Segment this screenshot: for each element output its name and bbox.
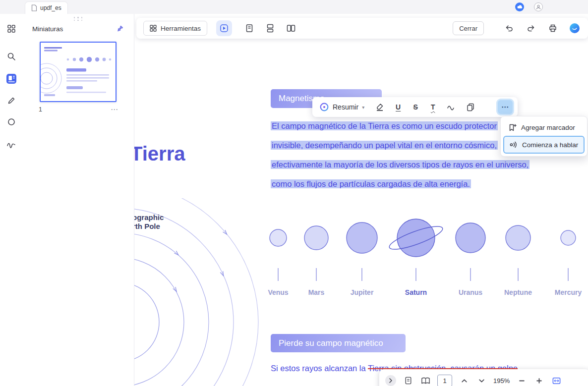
- book-view-button[interactable]: [420, 375, 431, 386]
- selected-text-line-4[interactable]: como los flujos de partículas cargadas d…: [271, 176, 471, 192]
- document-icon: [31, 4, 37, 11]
- pdf-page: Tierra Geographic North Pole Magnetismo …: [134, 14, 588, 386]
- copy-icon: [466, 103, 475, 111]
- cloud-sync-icon[interactable]: [515, 2, 524, 11]
- menu-item-label: Agregar marcador: [521, 124, 575, 131]
- rail-stamp-button[interactable]: [4, 115, 18, 128]
- geo-label-line1: Geographic: [134, 213, 164, 221]
- menu-item-label: Comienza a hablar: [522, 141, 578, 149]
- plus-icon: [536, 378, 542, 384]
- planet-label-mercury: Mercury: [543, 288, 588, 296]
- highlight-icon: [375, 103, 384, 111]
- planet-label-mars: Mars: [292, 288, 341, 296]
- copy-button[interactable]: [464, 101, 477, 113]
- zoom-in-button[interactable]: [533, 375, 544, 386]
- bottom-toolbar: 195%: [379, 369, 588, 386]
- planet-label-neptune: Neptune: [493, 288, 543, 296]
- pen-icon: [7, 96, 16, 105]
- highlight-button[interactable]: [373, 101, 386, 113]
- single-page-icon: [245, 24, 254, 33]
- print-button[interactable]: [546, 22, 559, 35]
- pin-icon: [116, 25, 124, 33]
- strikethrough-button[interactable]: S: [410, 103, 421, 111]
- stamp-circle-icon: [7, 117, 16, 126]
- print-icon: [548, 24, 557, 33]
- summarize-dropdown[interactable]: Resumir ▾: [317, 102, 366, 112]
- thumbnails-panel: Miniaturas: [22, 14, 134, 386]
- bottom-sentence-normal: Si estos rayos alcanzan la: [271, 364, 368, 373]
- menu-item-agregar-marcador[interactable]: Agregar marcador: [503, 119, 585, 136]
- selected-text-line-2[interactable]: invisible, desempeñando un papel vital e…: [271, 137, 498, 154]
- section-badge-pierde-campo: Pierde su campo magnético: [271, 334, 406, 352]
- thumbnail-page-number: 1: [39, 106, 42, 113]
- freehand-button[interactable]: [445, 101, 458, 113]
- two-page-view-button[interactable]: [285, 22, 297, 35]
- page-thumbnail[interactable]: [40, 42, 117, 102]
- undo-icon: [505, 24, 514, 33]
- wave-pencil-icon: [447, 104, 456, 110]
- play-icon: [220, 24, 228, 32]
- pin-button[interactable]: [116, 25, 124, 33]
- two-page-icon: [287, 24, 295, 33]
- planet-label-jupiter: Jupiter: [337, 288, 387, 296]
- expand-button[interactable]: [385, 375, 396, 386]
- selection-toolbar: Resumir ▾ U S T: [312, 97, 518, 117]
- scroll-view-button[interactable]: [264, 22, 277, 35]
- page-view-button[interactable]: [403, 375, 413, 386]
- fit-width-button[interactable]: [551, 375, 562, 386]
- app-window: updf_es: [0, 0, 588, 386]
- ai-summarize-icon: [319, 102, 329, 112]
- herramientas-label: Herramientas: [161, 25, 201, 32]
- chevron-right-icon: [388, 378, 394, 384]
- titlebar: updf_es: [0, 0, 588, 14]
- rail-signature-button[interactable]: [4, 137, 18, 151]
- thumbnail-more-button[interactable]: ⋯: [111, 107, 118, 112]
- page-icon: [404, 376, 412, 385]
- reader-mode-button[interactable]: [216, 20, 232, 36]
- bookmark-add-icon: [508, 123, 517, 132]
- cerrar-button[interactable]: Cerrar: [453, 21, 484, 35]
- book-icon: [421, 377, 430, 385]
- redo-icon: [527, 24, 535, 33]
- undo-button[interactable]: [503, 22, 516, 35]
- drag-handle[interactable]: [73, 17, 83, 21]
- left-icon-rail: [0, 14, 22, 386]
- main-toolbar: Herramientas: [136, 18, 588, 39]
- fit-width-icon: [552, 377, 561, 385]
- summarize-label: Resumir: [333, 103, 358, 111]
- panel-title: Miniaturas: [32, 25, 63, 33]
- zoom-level-label: 195%: [493, 377, 510, 385]
- next-page-button[interactable]: [476, 375, 487, 386]
- squiggly-underline-button[interactable]: T: [427, 103, 438, 111]
- herramientas-button[interactable]: Herramientas: [143, 21, 207, 36]
- planet-label-saturn: Saturn: [391, 288, 441, 296]
- chevron-up-icon: [461, 378, 468, 384]
- user-avatar[interactable]: [534, 2, 543, 11]
- rail-search-button[interactable]: [4, 50, 18, 63]
- redo-button[interactable]: [525, 22, 537, 35]
- search-icon: [7, 52, 16, 61]
- document-tab[interactable]: updf_es: [25, 1, 68, 14]
- selected-text-line-3[interactable]: efectivamente la mayoría de los diversos…: [271, 157, 529, 173]
- cerrar-label: Cerrar: [459, 25, 477, 32]
- scroll-view-icon: [266, 24, 275, 33]
- single-page-view-button[interactable]: [243, 22, 256, 35]
- chevron-down-icon: ▾: [362, 105, 364, 110]
- more-options-button[interactable]: ⋯: [498, 100, 513, 114]
- tab-title: updf_es: [40, 4, 61, 11]
- rail-thumbnails-button[interactable]: [4, 72, 18, 85]
- page-number-input[interactable]: [437, 375, 452, 386]
- menu-item-comienza-a-hablar[interactable]: Comienza a hablar: [503, 136, 585, 154]
- ai-assistant-button[interactable]: [568, 22, 581, 35]
- zoom-out-button[interactable]: [516, 375, 527, 386]
- chevron-down-nav-icon: [478, 378, 485, 384]
- ai-assistant-icon: [569, 22, 581, 34]
- thumbnails-panel-icon: [6, 73, 17, 84]
- planet-label-uranus: Uranus: [446, 288, 495, 296]
- context-menu: Agregar marcador Comienza a hablar: [500, 116, 588, 157]
- rail-grid-button[interactable]: [4, 22, 18, 35]
- rail-annotate-button[interactable]: [4, 94, 18, 107]
- underline-button[interactable]: U: [393, 103, 404, 111]
- previous-page-button[interactable]: [459, 375, 470, 386]
- selected-text-line-1[interactable]: El campo magnético de la Tierra es como …: [271, 118, 498, 134]
